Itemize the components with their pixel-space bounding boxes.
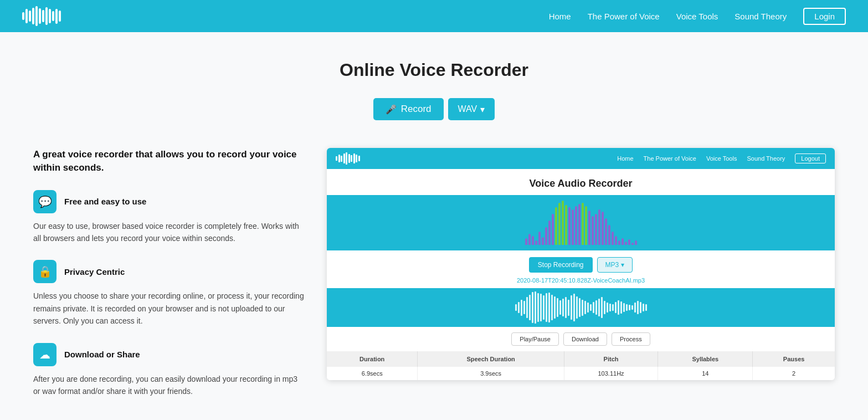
feature-download-icon: ☁	[33, 343, 57, 366]
col-syllables: Syllables	[658, 351, 753, 367]
col-duration: Duration	[327, 351, 418, 367]
wav-format-button[interactable]: WAV ▾	[448, 98, 495, 120]
preview-nav-sound-theory[interactable]: Sound Theory	[747, 155, 785, 162]
nav-power-of-voice[interactable]: The Power of Voice	[588, 12, 660, 21]
waveform-visualizer	[327, 195, 835, 250]
process-button[interactable]: Process	[612, 332, 650, 346]
stats-row: 6.9secs 3.9secs 103.11Hz 14 2	[327, 367, 835, 380]
col-pitch: Pitch	[564, 351, 658, 367]
play-pause-button[interactable]: Play/Pause	[511, 332, 559, 346]
preview-card: Home The Power of Voice Voice Tools Soun…	[327, 148, 835, 380]
feature-free-icon: 💬	[33, 190, 57, 213]
playback-waveform	[327, 288, 835, 327]
val-pitch: 103.11Hz	[564, 367, 658, 380]
stop-recording-button[interactable]: Stop Recording	[529, 257, 593, 273]
login-button[interactable]: Login	[803, 8, 846, 25]
mp3-format-button[interactable]: MP3 ▾	[597, 257, 633, 273]
feature-download-title: Download or Share	[64, 350, 140, 359]
chevron-down-icon: ▾	[621, 261, 624, 269]
waveform-bars	[338, 201, 824, 245]
chevron-down-icon: ▾	[480, 104, 485, 115]
feature-free: 💬 Free and easy to use Our easy to use, …	[33, 190, 305, 245]
feature-privacy: 🔒 Privacy Centric Unless you choose to s…	[33, 260, 305, 327]
playback-bars	[335, 291, 827, 324]
logo-waveform	[22, 6, 61, 26]
logout-button[interactable]: Logout	[795, 153, 826, 163]
feature-download: ☁ Download or Share After you are done r…	[33, 343, 305, 398]
stats-table: Duration Speech Duration Pitch Syllables…	[327, 351, 835, 380]
nav-home[interactable]: Home	[549, 12, 571, 21]
val-speech-duration: 3.9secs	[418, 367, 564, 380]
preview-nav: Home The Power of Voice Voice Tools Soun…	[617, 153, 826, 163]
preview-nav-voice-tools[interactable]: Voice Tools	[706, 155, 737, 162]
playback-controls: Play/Pause Download Process	[327, 327, 835, 351]
preview-nav-home[interactable]: Home	[617, 155, 633, 162]
tagline: A great voice recorder that allows you t…	[33, 148, 305, 175]
col-speech-duration: Speech Duration	[418, 351, 564, 367]
feature-free-desc: Our easy to use, browser based voice rec…	[33, 220, 305, 245]
record-button[interactable]: 🎤 Record	[373, 98, 444, 120]
record-controls: 🎤 Record WAV ▾	[33, 98, 835, 120]
val-syllables: 14	[658, 367, 753, 380]
feature-privacy-icon: 🔒	[33, 260, 57, 283]
nav-voice-tools[interactable]: Voice Tools	[676, 12, 718, 21]
feature-privacy-title: Privacy Centric	[64, 267, 125, 276]
recording-controls: Stop Recording MP3 ▾	[327, 250, 835, 276]
preview-logo	[336, 152, 360, 165]
stats-table-body: 6.9secs 3.9secs 103.11Hz 14 2	[327, 367, 835, 380]
val-duration: 6.9secs	[327, 367, 418, 380]
logo	[22, 6, 61, 26]
page-title: Online Voice Recorder	[33, 60, 835, 80]
nav-sound-theory[interactable]: Sound Theory	[735, 12, 787, 21]
main-nav: Home The Power of Voice Voice Tools Soun…	[549, 8, 846, 25]
preview-nav-power-of-voice[interactable]: The Power of Voice	[644, 155, 696, 162]
feature-privacy-header: 🔒 Privacy Centric	[33, 260, 305, 283]
two-column-layout: A great voice recorder that allows you t…	[33, 148, 835, 413]
col-pauses: Pauses	[753, 351, 835, 367]
feature-download-header: ☁ Download or Share	[33, 343, 305, 366]
download-button[interactable]: Download	[563, 332, 607, 346]
main-content: Online Voice Recorder 🎤 Record WAV ▾ A g…	[0, 32, 868, 420]
preview-title: Voice Audio Recorder	[327, 169, 835, 195]
mic-icon: 🎤	[386, 104, 397, 115]
preview-header: Home The Power of Voice Voice Tools Soun…	[327, 148, 835, 169]
feature-free-header: 💬 Free and easy to use	[33, 190, 305, 213]
feature-privacy-desc: Unless you choose to share your recordin…	[33, 290, 305, 327]
stats-table-header: Duration Speech Duration Pitch Syllables…	[327, 351, 835, 367]
main-header: Home The Power of Voice Voice Tools Soun…	[0, 0, 868, 32]
filename: 2020-08-17T20:45:10.828Z-VoiceCoachAI.mp…	[327, 276, 835, 288]
val-pauses: 2	[753, 367, 835, 380]
left-column: A great voice recorder that allows you t…	[33, 148, 305, 413]
feature-download-desc: After you are done recording, you can ea…	[33, 373, 305, 398]
feature-free-title: Free and easy to use	[64, 197, 146, 206]
